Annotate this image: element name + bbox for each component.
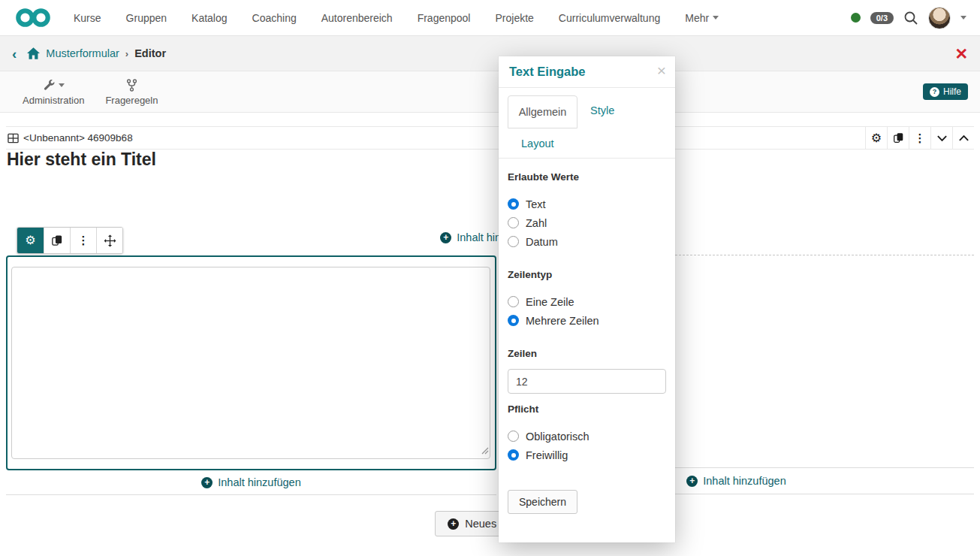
question-icon: ? — [930, 87, 939, 97]
save-button[interactable]: Speichern — [508, 490, 577, 514]
radio-selected-icon[interactable] — [508, 315, 519, 326]
back-chevron-icon[interactable]: ‹ — [12, 47, 17, 61]
selected-textinput-element[interactable] — [6, 255, 496, 470]
radio-label: Freiwillig — [526, 449, 568, 461]
element-header-actions: ⚙ ⋮ — [865, 127, 974, 149]
tab-style[interactable]: Style — [590, 104, 614, 116]
add-content-row-left: + Inhalt hinzufügen — [6, 470, 496, 495]
nav-item-coaching[interactable]: Coaching — [252, 12, 297, 24]
radio-label: Datum — [526, 236, 558, 248]
radio-icon[interactable] — [508, 236, 519, 247]
dialog-title: Text Eingabe — [509, 65, 585, 79]
screen: Kurse Gruppen Katalog Coaching Autorenbe… — [0, 0, 980, 556]
grid-icon — [8, 133, 19, 144]
add-content-label: Inhalt hinzufügen — [218, 476, 300, 488]
nav-mehr-label: Mehr — [685, 12, 709, 24]
search-icon[interactable] — [903, 11, 918, 26]
branch-icon — [125, 77, 139, 92]
radio-datum[interactable]: Datum — [508, 232, 666, 251]
wrench-icon — [42, 77, 65, 92]
zeilen-input[interactable] — [508, 369, 666, 394]
radio-icon[interactable] — [508, 431, 519, 442]
plus-circle-icon: + — [686, 476, 698, 487]
element-id: <Unbenannt> 46909b68 — [6, 132, 133, 144]
radio-selected-icon[interactable] — [508, 449, 519, 461]
nav-item-katalog[interactable]: Katalog — [191, 12, 227, 24]
nav-item-autorenbereich[interactable]: Autorenbereich — [321, 12, 393, 24]
edit-more-options-icon[interactable]: ⋮ — [70, 228, 96, 253]
element-edit-toolbar: ⚙ ⋮ — [17, 227, 123, 254]
radio-eine-zeile[interactable]: Eine Zeile — [508, 292, 666, 311]
nav-item-fragenpool[interactable]: Fragenpool — [418, 12, 471, 24]
form-element-header: <Unbenannt> 46909b68 ⚙ ⋮ — [6, 126, 974, 150]
tab-layout[interactable]: Layout — [521, 137, 554, 150]
radio-icon[interactable] — [508, 296, 519, 307]
collapse-icon[interactable] — [930, 127, 952, 149]
editor-toolbar: Administration Frageregeln ? Hilfe — [0, 71, 980, 113]
breadcrumb-separator: › — [125, 48, 128, 59]
section-label: Zeilen — [508, 348, 666, 359]
add-content-link-right[interactable]: + Inhalt hinzufügen — [686, 475, 786, 487]
radio-label: Obligatorisch — [526, 431, 590, 443]
settings-gear-icon[interactable]: ⚙ — [865, 127, 887, 149]
radio-mehrere-zeilen[interactable]: Mehrere Zeilen — [508, 311, 666, 330]
chevron-down-icon — [713, 16, 719, 20]
tab-allgemein[interactable]: Allgemein — [508, 95, 577, 128]
dialog-header: Text Eingabe × — [499, 56, 675, 88]
nav-item-curriculumverwaltung[interactable]: Curriculumverwaltung — [559, 12, 660, 24]
frageregeln-button[interactable]: Frageregeln — [95, 74, 168, 109]
administration-button[interactable]: Administration — [12, 74, 95, 109]
help-label: Hilfe — [943, 86, 961, 97]
notification-badge[interactable]: 0/3 — [870, 12, 894, 24]
add-content-link-left[interactable]: + Inhalt hinzufügen — [201, 476, 300, 488]
user-menu-chevron-icon[interactable] — [960, 16, 966, 20]
breadcrumb: Musterformular › Editor — [27, 47, 166, 59]
textinput-textarea[interactable] — [11, 267, 490, 459]
online-status-icon — [851, 13, 861, 23]
breadcrumb-course-link[interactable]: Musterformular — [46, 47, 119, 59]
nav-item-gruppen[interactable]: Gruppen — [126, 12, 167, 24]
nav-item-projekte[interactable]: Projekte — [495, 12, 533, 24]
navbar-right: 0/3 — [851, 7, 966, 29]
page-title: Hier steht ein Titel — [7, 150, 156, 170]
edit-duplicate-icon[interactable] — [44, 228, 70, 253]
help-button[interactable]: ? Hilfe — [923, 83, 968, 100]
radio-label: Text — [526, 198, 546, 210]
breadcrumb-current: Editor — [134, 47, 166, 59]
chevron-down-icon — [59, 83, 65, 87]
textarea-wrapper — [11, 267, 490, 459]
expand-icon[interactable] — [952, 127, 974, 149]
close-editor-icon[interactable]: ✕ — [954, 46, 968, 62]
radio-freiwillig[interactable]: Freiwillig — [508, 446, 666, 464]
radio-selected-icon[interactable] — [508, 198, 519, 210]
breadcrumb-bar: ‹ Musterformular › Editor ✕ — [0, 36, 980, 71]
home-icon[interactable] — [27, 47, 40, 59]
edit-settings-gear-icon[interactable]: ⚙ — [17, 228, 44, 253]
radio-obligatorisch[interactable]: Obligatorisch — [508, 427, 666, 446]
section-erlaubte-werte: Erlaubte Werte Text Zahl Datum — [508, 171, 666, 251]
main-menu: Kurse Gruppen Katalog Coaching Autorenbe… — [74, 12, 719, 24]
section-label: Pflicht — [508, 403, 666, 415]
add-content-row-top: + Inhalt hinzufügen — [6, 231, 974, 243]
nav-item-kurse[interactable]: Kurse — [74, 12, 101, 24]
add-content-label: Inhalt hinzufügen — [703, 475, 786, 487]
plus-circle-icon: + — [440, 232, 451, 243]
dialog-close-icon[interactable]: × — [657, 62, 666, 78]
more-options-icon[interactable]: ⋮ — [909, 127, 930, 149]
move-handle-icon[interactable] — [96, 228, 122, 253]
radio-label: Mehrere Zeilen — [526, 315, 599, 327]
duplicate-icon[interactable] — [887, 127, 909, 149]
radio-text[interactable]: Text — [508, 195, 666, 213]
radio-icon[interactable] — [508, 217, 519, 228]
radio-label: Eine Zeile — [526, 296, 574, 308]
openolat-logo-icon[interactable] — [14, 8, 53, 28]
plus-circle-icon: + — [201, 477, 213, 488]
new-layout-row: + Neues Layout — [6, 511, 974, 536]
user-avatar[interactable] — [928, 7, 951, 29]
section-pflicht: Pflicht Obligatorisch Freiwillig — [508, 403, 666, 464]
dialog-tabs: Allgemein Style Layout — [499, 88, 675, 159]
element-id-label: <Unbenannt> 46909b68 — [23, 132, 133, 144]
radio-zahl[interactable]: Zahl — [508, 213, 666, 232]
nav-item-mehr[interactable]: Mehr — [685, 12, 719, 24]
top-navbar: Kurse Gruppen Katalog Coaching Autorenbe… — [0, 0, 980, 36]
